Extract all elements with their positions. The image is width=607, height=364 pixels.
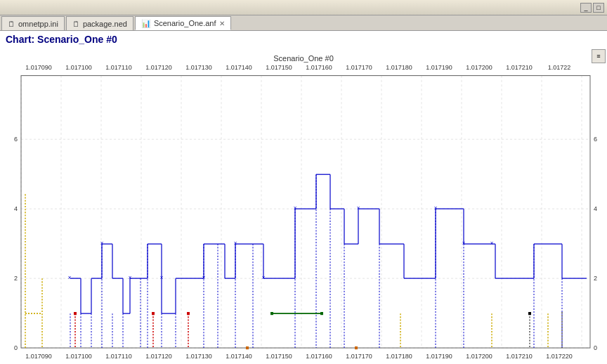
svg-text:×: × xyxy=(490,240,494,247)
tab-icon-omnetpp: 🗒 xyxy=(8,20,15,28)
svg-text:2: 2 xyxy=(594,275,597,282)
svg-text:×: × xyxy=(160,275,164,281)
legend-button[interactable]: ≡ xyxy=(592,49,606,63)
tab-bar: 🗒 omnetpp.ini 🗒 package.ned 📊 Scenario_O… xyxy=(0,15,607,31)
svg-text:1.017180: 1.017180 xyxy=(386,64,412,71)
svg-text:1.017140: 1.017140 xyxy=(226,353,252,360)
tab-package-ned[interactable]: 🗒 package.ned xyxy=(66,16,133,30)
svg-text:6: 6 xyxy=(14,136,18,143)
minimize-button[interactable]: _ xyxy=(580,3,592,13)
chart-svg: Scenario_One #0 1.017090 1.017100 1.0171… xyxy=(0,48,607,364)
svg-text:6: 6 xyxy=(594,136,597,143)
svg-text:1.017150: 1.017150 xyxy=(266,64,292,71)
svg-text:×: × xyxy=(434,205,438,212)
svg-text:1.017190: 1.017190 xyxy=(426,64,452,71)
tab-label-scenario: Scenario_One.anf xyxy=(154,19,216,27)
svg-text:0: 0 xyxy=(594,344,597,351)
tab-scenario-anf[interactable]: 📊 Scenario_One.anf ✕ xyxy=(135,16,231,30)
svg-text:1.017170: 1.017170 xyxy=(346,64,372,71)
chart-title: Chart: Scenario_One #0 xyxy=(0,31,607,48)
main-content: Chart: Scenario_One #0 ≡ Scenario_One #0… xyxy=(0,31,607,364)
svg-text:2: 2 xyxy=(14,275,18,282)
svg-rect-149 xyxy=(74,312,77,315)
svg-text:×: × xyxy=(129,275,132,281)
svg-text:1.017090: 1.017090 xyxy=(25,353,51,360)
svg-text:1.017100: 1.017100 xyxy=(65,64,91,71)
svg-text:1.017160: 1.017160 xyxy=(306,64,332,71)
svg-text:1.017120: 1.017120 xyxy=(145,353,171,360)
svg-text:×: × xyxy=(357,205,360,212)
svg-text:1.017130: 1.017130 xyxy=(185,64,211,71)
svg-text:1.017200: 1.017200 xyxy=(466,64,492,71)
svg-text:×: × xyxy=(262,275,266,281)
svg-text:1.017180: 1.017180 xyxy=(386,353,412,360)
svg-text:×: × xyxy=(294,205,297,212)
svg-text:1.017130: 1.017130 xyxy=(185,353,211,360)
svg-text:×: × xyxy=(68,275,72,281)
svg-text:1.017160: 1.017160 xyxy=(306,353,332,360)
title-bar: _ □ xyxy=(0,0,607,15)
svg-text:×: × xyxy=(234,240,237,247)
svg-text:1.017220: 1.017220 xyxy=(546,353,572,360)
title-controls[interactable]: _ □ xyxy=(580,3,604,13)
svg-text:1.017150: 1.017150 xyxy=(266,353,292,360)
svg-text:1.017210: 1.017210 xyxy=(506,64,532,71)
svg-text:1.017110: 1.017110 xyxy=(105,353,131,360)
svg-text:1.017110: 1.017110 xyxy=(105,64,131,71)
tab-label-omnetpp: omnetpp.ini xyxy=(18,20,58,28)
svg-text:Scenario_One  #0: Scenario_One #0 xyxy=(273,54,334,63)
svg-text:4: 4 xyxy=(594,205,597,212)
svg-text:1.017120: 1.017120 xyxy=(145,64,171,71)
maximize-button[interactable]: □ xyxy=(593,3,604,13)
svg-text:4: 4 xyxy=(14,205,18,212)
tab-label-package: package.ned xyxy=(83,20,127,28)
svg-rect-155 xyxy=(320,312,323,315)
svg-text:1.017210: 1.017210 xyxy=(506,353,532,360)
svg-text:1.017200: 1.017200 xyxy=(466,353,492,360)
tab-icon-package: 🗒 xyxy=(72,20,80,28)
svg-rect-150 xyxy=(152,312,155,315)
tab-close-button[interactable]: ✕ xyxy=(219,20,225,27)
svg-text:×: × xyxy=(202,275,206,281)
svg-rect-151 xyxy=(187,312,190,315)
tab-omnetpp-ini[interactable]: 🗒 omnetpp.ini xyxy=(1,16,65,30)
svg-rect-152 xyxy=(246,346,249,349)
tab-icon-scenario: 📊 xyxy=(141,19,151,28)
svg-text:1.017140: 1.017140 xyxy=(226,64,252,71)
svg-text:1.017190: 1.017190 xyxy=(426,353,452,360)
chart-area: ≡ Scenario_One #0 1.017090 1.017100 1.01… xyxy=(0,48,607,364)
svg-text:1.017170: 1.017170 xyxy=(346,353,372,360)
legend-icon: ≡ xyxy=(596,53,600,60)
svg-text:×: × xyxy=(100,240,104,247)
svg-text:0: 0 xyxy=(14,344,18,351)
svg-text:1.017090: 1.017090 xyxy=(25,64,51,71)
svg-rect-153 xyxy=(355,346,358,349)
svg-text:1.01722: 1.01722 xyxy=(548,64,570,71)
svg-text:1.017100: 1.017100 xyxy=(65,353,91,360)
svg-text:×: × xyxy=(462,240,466,247)
